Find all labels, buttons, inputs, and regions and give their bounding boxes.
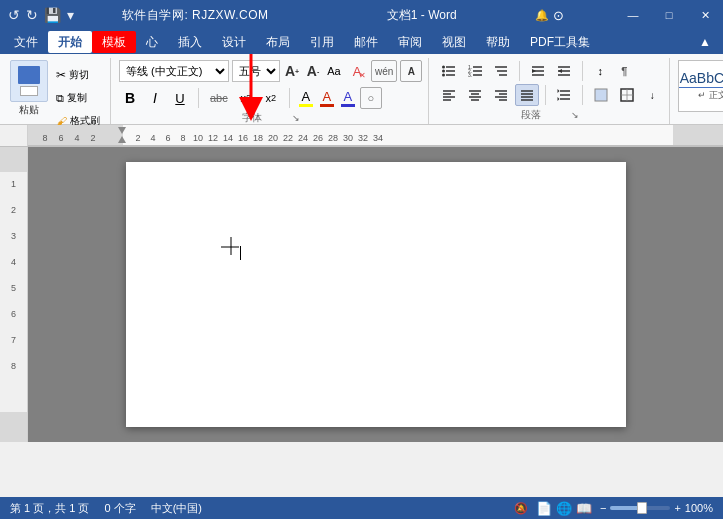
styles-group: AaBbCcDt ↵ 正文 AaBbCcDt ↵ 无间隔 ▲ ▼ ▼ bbox=[672, 58, 723, 124]
ruler-area: 8 6 4 2 2 4 6 8 10 12 14 16 18 20 22 24 … bbox=[0, 125, 723, 147]
multilevel-list-button[interactable] bbox=[489, 60, 513, 82]
paragraph-label: 段落↘ bbox=[437, 106, 663, 124]
italic-button[interactable]: I bbox=[144, 87, 166, 109]
zoom-in-button[interactable]: + bbox=[674, 502, 680, 514]
special-char-button[interactable]: A bbox=[400, 60, 422, 82]
menu-bar: 文件 开始 模板 心 插入 设计 布局 引用 邮件 审阅 视图 帮助 PDF工具… bbox=[0, 30, 723, 54]
svg-marker-43 bbox=[558, 97, 560, 101]
highlight-color-button[interactable]: A bbox=[297, 87, 315, 109]
font-color-button[interactable]: A bbox=[318, 87, 336, 109]
menu-review[interactable]: 审阅 bbox=[388, 31, 432, 53]
wubi-button[interactable]: wén bbox=[371, 60, 397, 82]
sort-button[interactable]: ↕ bbox=[589, 60, 611, 82]
increase-indent-button[interactable] bbox=[552, 60, 576, 82]
close-button[interactable]: ✕ bbox=[687, 0, 723, 30]
undo-button[interactable]: ↺ bbox=[8, 7, 20, 23]
menu-insert[interactable]: 插入 bbox=[168, 31, 212, 53]
text-cursor bbox=[240, 246, 241, 260]
minimize-button[interactable]: — bbox=[615, 0, 651, 30]
bold-button[interactable]: B bbox=[119, 87, 141, 109]
show-marks-button[interactable]: ¶ bbox=[613, 60, 635, 82]
title-right-icons: 🔔 ⊙ bbox=[535, 8, 615, 23]
svg-point-4 bbox=[442, 70, 445, 73]
ribbon: 粘贴 ✂剪切 ⧉复制 🖌格式刷 剪贴 bbox=[0, 54, 723, 125]
subscript-button[interactable]: x2 bbox=[235, 87, 257, 109]
status-bar: 第 1 页，共 1 页 0 个字 中文(中国) 🔕 📄 🌐 📖 − + 100% bbox=[0, 497, 723, 519]
menu-references[interactable]: 引用 bbox=[300, 31, 344, 53]
zoom-level: 100% bbox=[685, 502, 713, 514]
menu-help[interactable]: 帮助 bbox=[476, 31, 520, 53]
numbered-list-button[interactable]: 1.2.3. bbox=[463, 60, 487, 82]
zoom-control: − + 100% bbox=[600, 502, 713, 514]
document-area[interactable] bbox=[28, 147, 723, 442]
maximize-button[interactable]: □ bbox=[651, 0, 687, 30]
sort2-button[interactable]: ↓ bbox=[641, 84, 663, 106]
zoom-slider[interactable] bbox=[610, 506, 670, 510]
char-border-button[interactable]: ○ bbox=[360, 87, 382, 109]
align-right-button[interactable] bbox=[489, 84, 513, 106]
menu-start[interactable]: 开始 bbox=[48, 31, 92, 53]
menu-mailings[interactable]: 邮件 bbox=[344, 31, 388, 53]
notification-icon: 🔕 bbox=[514, 502, 528, 515]
menu-layout[interactable]: 布局 bbox=[256, 31, 300, 53]
language: 中文(中国) bbox=[151, 501, 202, 516]
svg-point-5 bbox=[442, 74, 445, 77]
menu-file[interactable]: 文件 bbox=[4, 31, 48, 53]
paragraph-group: 1.2.3. bbox=[431, 58, 670, 124]
strikethrough-button[interactable]: abc bbox=[206, 87, 232, 109]
increase-font-button[interactable]: A+ bbox=[283, 62, 301, 80]
line-spacing-button[interactable] bbox=[552, 84, 576, 106]
svg-point-3 bbox=[442, 66, 445, 69]
style-normal[interactable]: AaBbCcDt ↵ 正文 bbox=[678, 60, 723, 112]
clear-format-button[interactable]: A ✕ bbox=[346, 60, 368, 82]
align-left-button[interactable] bbox=[437, 84, 461, 106]
print-view-button[interactable]: 📄 bbox=[536, 501, 552, 516]
customize-button[interactable]: ▾ bbox=[67, 7, 74, 23]
page-info: 第 1 页，共 1 页 bbox=[10, 501, 89, 516]
zoom-out-button[interactable]: − bbox=[600, 502, 606, 514]
cut-button[interactable]: ✂剪切 bbox=[52, 64, 104, 86]
font-size-select[interactable]: 五号 初号 小初 一号 bbox=[232, 60, 280, 82]
redo-button[interactable]: ↻ bbox=[26, 7, 38, 23]
bullet-list-button[interactable] bbox=[437, 60, 461, 82]
menu-heart[interactable]: 心 bbox=[136, 31, 168, 53]
content-area: 12345678 bbox=[0, 147, 723, 442]
horizontal-ruler: 8 6 4 2 2 4 6 8 10 12 14 16 18 20 22 24 … bbox=[28, 125, 723, 146]
paste-button[interactable]: 粘贴 bbox=[10, 60, 48, 117]
justify-button[interactable] bbox=[515, 84, 539, 106]
font-color2-button[interactable]: A bbox=[339, 87, 357, 109]
borders-button[interactable] bbox=[615, 84, 639, 106]
quick-access-toolbar: ↺ ↻ 💾 ▾ bbox=[0, 7, 82, 23]
svg-rect-44 bbox=[595, 89, 607, 101]
title-bar: ↺ ↻ 💾 ▾ 软件自学网: RJZXW.COM 文档1 - Word 🔔 ⊙ … bbox=[0, 0, 723, 30]
copy-button[interactable]: ⧉复制 bbox=[52, 87, 104, 109]
view-buttons: 📄 🌐 📖 bbox=[536, 501, 592, 516]
ruler-corner bbox=[0, 125, 28, 146]
superscript-button[interactable]: x2 bbox=[260, 87, 282, 109]
vertical-ruler: 12345678 bbox=[0, 147, 28, 442]
bell-icon[interactable]: 🔔 bbox=[535, 9, 549, 22]
underline-button[interactable]: U bbox=[169, 87, 191, 109]
align-center-button[interactable] bbox=[463, 84, 487, 106]
web-view-button[interactable]: 🌐 bbox=[556, 501, 572, 516]
collapse-ribbon[interactable]: ▲ bbox=[699, 35, 719, 49]
read-view-button[interactable]: 📖 bbox=[576, 501, 592, 516]
decrease-indent-button[interactable] bbox=[526, 60, 550, 82]
app-subtitle: 软件自学网: RJZXW.COM bbox=[82, 7, 309, 24]
change-case-button[interactable]: Aa bbox=[325, 62, 343, 80]
decrease-font-button[interactable]: A- bbox=[304, 62, 322, 80]
save-button[interactable]: 💾 bbox=[44, 7, 61, 23]
word-count: 0 个字 bbox=[104, 501, 135, 516]
menu-view[interactable]: 视图 bbox=[432, 31, 476, 53]
menu-design[interactable]: 设计 bbox=[212, 31, 256, 53]
shading-button[interactable] bbox=[589, 84, 613, 106]
svg-text:3.: 3. bbox=[468, 72, 472, 78]
menu-pdf[interactable]: PDF工具集 bbox=[520, 31, 600, 53]
document-page bbox=[126, 162, 626, 427]
menu-template[interactable]: 模板 bbox=[92, 31, 136, 53]
font-group: 等线 (中文正文) 五号 初号 小初 一号 A+ A- Aa A bbox=[113, 58, 429, 124]
cursor-crosshair bbox=[221, 237, 241, 257]
share-icon[interactable]: ⊙ bbox=[553, 8, 564, 23]
font-name-select[interactable]: 等线 (中文正文) bbox=[119, 60, 229, 82]
window-controls: — □ ✕ bbox=[615, 0, 723, 30]
